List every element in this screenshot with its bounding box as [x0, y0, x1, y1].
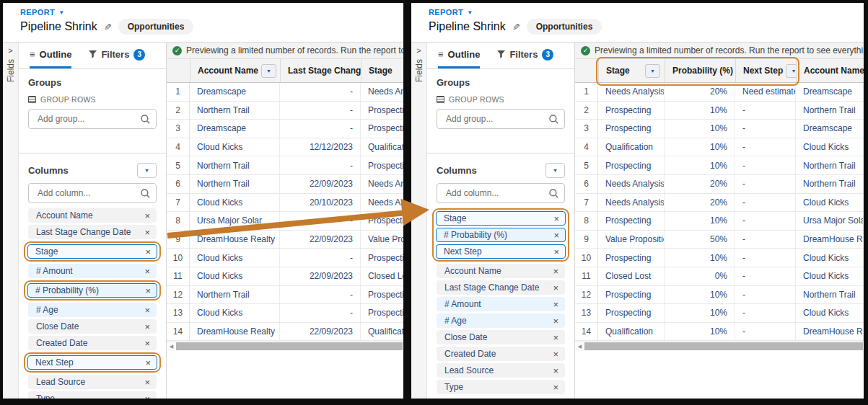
column-pill[interactable]: Lead Source×	[437, 363, 565, 378]
column-pill[interactable]: # Age×	[437, 313, 565, 328]
horizontal-scrollbar[interactable]: ◀	[167, 341, 403, 351]
remove-column-icon[interactable]: ×	[553, 214, 559, 223]
row-number: 8	[167, 212, 190, 230]
remove-column-icon[interactable]: ×	[144, 378, 150, 387]
table-cell: Prospecting	[598, 156, 665, 174]
remove-column-icon[interactable]: ×	[553, 333, 558, 342]
column-pill[interactable]: Next Step×	[436, 244, 566, 259]
column-pill[interactable]: # Probability (%)×	[436, 228, 566, 242]
column-menu-button[interactable]: ▼	[645, 64, 660, 78]
column-pill[interactable]: Close Date×	[437, 330, 565, 344]
horizontal-scrollbar[interactable]: ◀	[575, 341, 864, 351]
table-cell: Needs Analysis	[598, 175, 665, 193]
tab-outline[interactable]: ≡ Outline	[438, 43, 480, 68]
column-pill[interactable]: Next Step×	[27, 355, 157, 370]
remove-column-icon[interactable]: ×	[145, 358, 151, 368]
column-pill[interactable]: Last Stage Change Date×	[28, 225, 157, 239]
column-pill[interactable]: # Amount×	[437, 297, 565, 311]
column-pill[interactable]: Created Date×	[437, 347, 565, 361]
column-header[interactable]: Next Step▼	[736, 59, 797, 82]
edit-pencil-icon[interactable]: ✎	[104, 22, 112, 32]
table-cell: 20%	[665, 175, 735, 193]
remove-column-icon[interactable]: ×	[553, 267, 558, 276]
remove-column-icon[interactable]: ×	[553, 247, 559, 257]
remove-column-icon[interactable]: ×	[144, 322, 150, 331]
tab-filters[interactable]: Filters 3	[89, 43, 145, 68]
remove-column-icon[interactable]: ×	[145, 247, 151, 257]
remove-column-icon[interactable]: ×	[144, 306, 150, 315]
remove-column-icon[interactable]: ×	[144, 339, 150, 348]
expand-fields-icon[interactable]: >	[416, 47, 421, 55]
column-header[interactable]: Last Stage Change Date▼	[281, 59, 361, 82]
fields-rail[interactable]: > Fields	[411, 43, 427, 399]
remove-column-icon[interactable]: ×	[144, 211, 150, 221]
remove-column-icon[interactable]: ×	[553, 350, 558, 359]
columns-menu-button[interactable]: ▼	[137, 163, 157, 178]
expand-fields-icon[interactable]: >	[8, 47, 12, 55]
column-pill[interactable]: Stage×	[27, 244, 157, 259]
sidebar-divider	[427, 153, 574, 153]
remove-column-icon[interactable]: ×	[553, 366, 558, 375]
column-header[interactable]: Account Name▼	[190, 59, 281, 82]
column-menu-button[interactable]: ▼	[261, 64, 276, 78]
tab-filters[interactable]: Filters 3	[497, 43, 553, 68]
remove-column-icon[interactable]: ×	[553, 316, 558, 326]
add-group-input[interactable]	[36, 113, 136, 125]
column-pill[interactable]: Last Stage Change Date×	[437, 280, 565, 295]
column-pill[interactable]: Account Name×	[437, 264, 565, 278]
table-cell: 10%	[665, 156, 735, 174]
report-preview: ✓ Previewing a limited number of records…	[575, 43, 864, 399]
report-type-menu[interactable]: REPORT ▼	[20, 8, 403, 17]
remove-column-icon[interactable]: ×	[144, 228, 150, 237]
column-pill-label: Stage	[444, 213, 466, 223]
table-cell: 22/09/2023	[280, 175, 361, 193]
column-pill[interactable]: Created Date×	[28, 336, 157, 350]
column-pill[interactable]: Account Name×	[28, 208, 157, 223]
column-header-label: Account Name	[804, 66, 864, 76]
row-number: 3	[167, 120, 190, 138]
column-header[interactable]: Stage▼	[361, 59, 403, 82]
table-cell: -	[735, 102, 796, 120]
column-pill[interactable]: # Age×	[28, 303, 157, 317]
search-icon	[141, 115, 150, 124]
column-pill[interactable]: # Amount×	[28, 264, 157, 278]
column-pill[interactable]: Type×	[437, 380, 565, 394]
remove-column-icon[interactable]: ×	[553, 231, 559, 240]
add-column-input[interactable]	[36, 187, 136, 199]
remove-column-icon[interactable]: ×	[553, 300, 558, 309]
report-type-menu[interactable]: REPORT ▼	[429, 8, 864, 17]
table-cell: Prospecting	[361, 304, 403, 322]
column-pill[interactable]: # Probability (%)×	[27, 283, 157, 298]
remove-column-icon[interactable]: ×	[144, 394, 150, 399]
column-pill[interactable]: Lead Source×	[28, 375, 157, 389]
tab-outline[interactable]: ≡ Outline	[30, 43, 71, 68]
remove-column-icon[interactable]: ×	[553, 283, 558, 293]
column-pill[interactable]: Type×	[28, 391, 157, 399]
column-header[interactable]: Probability (%)▼	[665, 59, 736, 82]
sidebar-divider	[19, 153, 166, 153]
scrollbar-thumb[interactable]	[176, 342, 403, 350]
columns-menu-button[interactable]: ▼	[545, 163, 565, 178]
column-header[interactable]: Stage▼	[599, 59, 665, 82]
outline-sidebar: ≡ Outline Filters 3 Groups GROUP ROWS	[19, 43, 167, 399]
scroll-left-icon[interactable]: ◀	[575, 344, 584, 350]
scrollbar-thumb[interactable]	[584, 342, 863, 350]
table-cell: 20%	[665, 194, 735, 212]
column-pill[interactable]: Stage×	[436, 211, 566, 226]
remove-column-icon[interactable]: ×	[553, 383, 558, 392]
add-group-input[interactable]	[444, 113, 545, 125]
highlight-ring: Stage×	[24, 241, 161, 262]
table-row: 6Needs Analysis20%-Northern Trail	[575, 175, 864, 194]
column-menu-button[interactable]: ▼	[786, 64, 797, 78]
column-pill[interactable]: Close Date×	[28, 319, 157, 334]
column-pill-label: Lead Source	[36, 377, 85, 387]
add-column-box	[437, 183, 565, 203]
fields-rail[interactable]: > Fields	[3, 43, 19, 399]
remove-column-icon[interactable]: ×	[144, 267, 150, 276]
column-header[interactable]: Account Name▼	[797, 59, 864, 82]
remove-column-icon[interactable]: ×	[145, 286, 151, 295]
groups-heading: Groups	[28, 77, 157, 88]
add-column-input[interactable]	[444, 187, 545, 199]
scroll-left-icon[interactable]: ◀	[167, 344, 176, 350]
edit-pencil-icon[interactable]: ✎	[512, 22, 520, 32]
